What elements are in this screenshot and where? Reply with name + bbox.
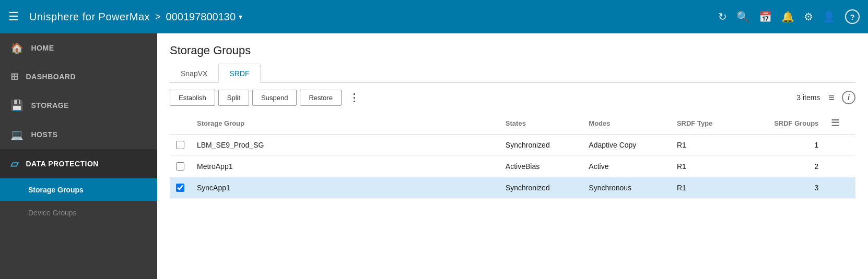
shield-icon: ▱ bbox=[10, 157, 19, 170]
row2-storage-group: MetroApp1 bbox=[191, 156, 499, 177]
table-row: MetroApp1 ActiveBias Active R1 2 bbox=[170, 156, 855, 177]
row3-menu bbox=[825, 177, 855, 199]
row1-checkbox-cell bbox=[170, 135, 191, 156]
help-icon[interactable]: ? bbox=[845, 9, 860, 24]
page-title: Storage Groups bbox=[157, 33, 868, 57]
row1-storage-group: LBM_SE9_Prod_SG bbox=[191, 135, 499, 156]
col-header-checkbox bbox=[170, 112, 191, 135]
tab-bar: SnapVX SRDF bbox=[170, 64, 855, 83]
row2-srdf-type: R1 bbox=[671, 156, 741, 177]
row1-states: Synchronized bbox=[499, 135, 582, 156]
table-header-row: Storage Group States Modes SRDF Type SRD… bbox=[170, 112, 855, 135]
suspend-button[interactable]: Suspend bbox=[252, 90, 297, 106]
sidebar: 🏠 HOME ⊞ DASHBOARD 💾 STORAGE 💻 HOSTS ▱ D… bbox=[0, 33, 157, 279]
storage-icon: 💾 bbox=[10, 99, 24, 112]
person-icon[interactable]: 👤 bbox=[823, 10, 836, 23]
sidebar-subitem-device-groups[interactable]: Device Groups bbox=[0, 201, 157, 224]
refresh-icon[interactable]: ↻ bbox=[718, 10, 727, 23]
main-layout: 🏠 HOME ⊞ DASHBOARD 💾 STORAGE 💻 HOSTS ▱ D… bbox=[0, 33, 868, 279]
row1-srdf-type: R1 bbox=[671, 135, 741, 156]
table-row: SyncApp1 Synchronized Synchronous R1 3 bbox=[170, 177, 855, 199]
tab-snapvx[interactable]: SnapVX bbox=[170, 64, 218, 83]
info-icon[interactable]: i bbox=[842, 91, 855, 104]
row3-srdf-groups: 3 bbox=[741, 177, 825, 199]
row2-checkbox[interactable] bbox=[176, 162, 184, 171]
row1-srdf-groups: 1 bbox=[741, 135, 825, 156]
table-wrapper: Storage Group States Modes SRDF Type SRD… bbox=[170, 112, 855, 279]
hosts-icon: 💻 bbox=[10, 128, 24, 141]
split-button[interactable]: Split bbox=[218, 90, 249, 106]
home-icon: 🏠 bbox=[10, 42, 24, 54]
sidebar-item-hosts-label: HOSTS bbox=[31, 130, 58, 139]
sidebar-item-storage[interactable]: 💾 STORAGE bbox=[0, 91, 157, 120]
search-icon[interactable]: 🔍 bbox=[736, 10, 749, 23]
row3-modes: Synchronous bbox=[582, 177, 671, 199]
col-header-menu: ☰ bbox=[825, 112, 855, 135]
row3-storage-group: SyncApp1 bbox=[191, 177, 499, 199]
storage-groups-table: Storage Group States Modes SRDF Type SRD… bbox=[170, 112, 855, 199]
row3-checkbox-cell bbox=[170, 177, 191, 199]
sidebar-item-dashboard-label: DASHBOARD bbox=[26, 72, 76, 81]
hamburger-menu[interactable]: ☰ bbox=[8, 11, 19, 22]
row3-states: Synchronized bbox=[499, 177, 582, 199]
restore-button[interactable]: Restore bbox=[300, 90, 342, 106]
sidebar-item-data-protection[interactable]: ▱ DATA PROTECTION bbox=[0, 149, 157, 178]
col-header-storage-group: Storage Group bbox=[191, 112, 499, 135]
toolbar: Establish Split Suspend Restore ⋮ 3 item… bbox=[157, 83, 868, 112]
more-actions-icon[interactable]: ⋮ bbox=[345, 89, 364, 106]
col-header-srdf-type: SRDF Type bbox=[671, 112, 741, 135]
top-nav-icons: ↻ 🔍 📅 🔔 ⚙ 👤 ? bbox=[718, 9, 860, 24]
col-header-states: States bbox=[499, 112, 582, 135]
sidebar-item-storage-label: STORAGE bbox=[31, 101, 69, 110]
sidebar-subitem-storage-groups[interactable]: Storage Groups bbox=[0, 178, 157, 201]
table-row: LBM_SE9_Prod_SG Synchronized Adaptive Co… bbox=[170, 135, 855, 156]
sidebar-item-home[interactable]: 🏠 HOME bbox=[0, 33, 157, 63]
sidebar-item-dashboard[interactable]: ⊞ DASHBOARD bbox=[0, 63, 157, 91]
tab-srdf[interactable]: SRDF bbox=[218, 64, 260, 83]
row1-checkbox[interactable] bbox=[176, 141, 184, 149]
calendar-icon[interactable]: 📅 bbox=[759, 10, 772, 23]
row1-modes: Adaptive Copy bbox=[582, 135, 671, 156]
sidebar-item-hosts[interactable]: 💻 HOSTS bbox=[0, 120, 157, 149]
column-menu-icon[interactable]: ☰ bbox=[831, 118, 839, 128]
row2-modes: Active bbox=[582, 156, 671, 177]
row2-menu bbox=[825, 156, 855, 177]
row3-checkbox[interactable] bbox=[176, 184, 184, 192]
app-title: Unisphere for PowerMax bbox=[29, 11, 150, 23]
row3-srdf-type: R1 bbox=[671, 177, 741, 199]
row2-checkbox-cell bbox=[170, 156, 191, 177]
bell-icon[interactable]: 🔔 bbox=[781, 10, 794, 23]
row2-states: ActiveBias bbox=[499, 156, 582, 177]
dashboard-icon: ⊞ bbox=[10, 71, 19, 82]
filter-icon[interactable]: ≡ bbox=[828, 92, 835, 104]
top-navigation: ☰ Unisphere for PowerMax > 000197800130 … bbox=[0, 0, 868, 33]
device-dropdown[interactable]: ▾ bbox=[239, 13, 242, 21]
breadcrumb-chevron: > bbox=[155, 11, 161, 22]
items-count: 3 items bbox=[796, 93, 820, 102]
col-header-modes: Modes bbox=[582, 112, 671, 135]
content-area: Storage Groups SnapVX SRDF Establish Spl… bbox=[157, 33, 868, 279]
gear-icon[interactable]: ⚙ bbox=[804, 10, 813, 23]
row2-srdf-groups: 2 bbox=[741, 156, 825, 177]
col-header-srdf-groups: SRDF Groups bbox=[741, 112, 825, 135]
sidebar-item-home-label: HOME bbox=[31, 44, 54, 52]
sidebar-item-data-protection-label: DATA PROTECTION bbox=[26, 160, 99, 168]
establish-button[interactable]: Establish bbox=[170, 90, 215, 106]
device-id: 000197800130 bbox=[166, 11, 236, 23]
row1-menu bbox=[825, 135, 855, 156]
